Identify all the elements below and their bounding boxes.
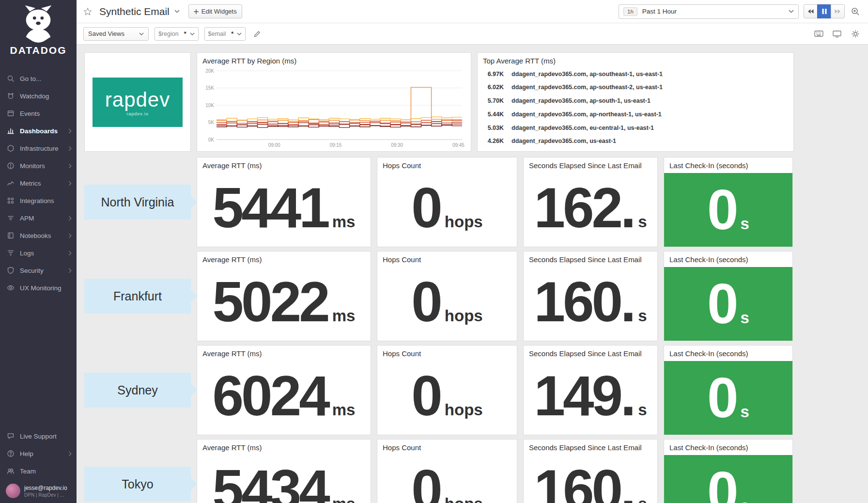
time-range-dropdown[interactable]: 1h Past 1 Hour	[619, 4, 799, 19]
title-chevron-down-icon[interactable]	[174, 10, 180, 13]
avg-rtt-by-region-widget[interactable]: Average RTT by Region (ms) 0K5K10K15K20K…	[197, 52, 471, 152]
toplist-row[interactable]: 5.70K ddagent_rapdevo365.com, ap-south-1…	[482, 95, 789, 107]
keyboard-shortcuts-icon[interactable]	[813, 28, 824, 40]
rewind-button[interactable]	[804, 4, 818, 18]
sidebar-item-infrastructure[interactable]: Infrastructure	[0, 140, 77, 157]
sidebar-item-label: Integrations	[20, 197, 54, 204]
sidebar-item-integrations[interactable]: Integrations	[0, 192, 77, 209]
notebooks-icon	[7, 232, 15, 240]
sidebar-item-dashboards[interactable]: Dashboards	[0, 122, 77, 140]
avg-rtt-widget[interactable]: Average RTT (ms) 6024ms	[197, 345, 371, 435]
datadog-logo[interactable]: DATADOG	[0, 0, 77, 56]
sidebar-item-events[interactable]: Events	[0, 105, 77, 122]
sidebar-item-apm[interactable]: APM	[0, 209, 77, 227]
toplist-row[interactable]: 6.97K ddagent_rapdevo365.com, ap-southea…	[482, 68, 789, 80]
toplist-value: 6.02K	[482, 84, 504, 91]
sidebar-item-metrics[interactable]: Metrics	[0, 174, 77, 192]
region-name: Tokyo	[122, 477, 153, 491]
sidebar-item-help[interactable]: Help	[0, 445, 77, 462]
metric-unit: hops	[445, 495, 483, 503]
svg-text:20K: 20K	[205, 68, 214, 74]
sidebar-item-notebooks[interactable]: Notebooks	[0, 227, 77, 244]
hops-count-widget[interactable]: Hops Count 0hops	[377, 251, 517, 341]
metric-unit: s	[638, 307, 647, 325]
metric-value: 0	[411, 181, 440, 235]
metric-value: 162.	[534, 181, 634, 235]
hops-count-widget[interactable]: Hops Count 0hops	[377, 157, 517, 247]
toplist-row[interactable]: 4.26K ddagent_rapdevo365.com, us-east-1	[482, 135, 789, 147]
toplist-bar-track: ddagent_rapdevo365.com, eu-central-1, us…	[508, 122, 789, 134]
template-variable-email[interactable]: $email *	[204, 27, 246, 41]
saved-views-dropdown[interactable]: Saved Views	[83, 27, 149, 41]
dashboard-header: Synthetic Email Edit Widgets 1h Past 1 H…	[77, 0, 868, 23]
widget-title: Average RTT (ms)	[197, 252, 371, 264]
chevron-right-icon	[68, 216, 72, 221]
avg-rtt-widget[interactable]: Average RTT (ms) 5434ms	[197, 439, 371, 503]
region-row-north-virginia: North Virginia Average RTT (ms) 5441ms H…	[84, 157, 868, 247]
toplist-row[interactable]: 6.02K ddagent_rapdevo365.com, ap-southea…	[482, 81, 789, 94]
sidebar-item-live-support[interactable]: Live Support	[0, 427, 77, 445]
region-name: North Virginia	[101, 195, 174, 209]
chevron-down-icon	[139, 32, 144, 35]
tv-mode-icon[interactable]	[831, 28, 843, 40]
sidebar-item-go-to[interactable]: Go to...	[0, 70, 77, 87]
avg-rtt-widget[interactable]: Average RTT (ms) 5022ms	[197, 251, 371, 341]
edit-pencil-icon[interactable]	[251, 28, 263, 40]
sidebar-item-label: Security	[20, 267, 44, 274]
sidebar-item-ux-monitoring[interactable]: UX Monitoring	[0, 279, 77, 297]
last-checkin-widget[interactable]: Last Check-In (seconds) 0s	[664, 251, 793, 341]
hops-count-widget[interactable]: Hops Count 0hops	[377, 345, 517, 435]
chevron-right-icon	[68, 128, 72, 134]
template-variable-region[interactable]: $region *	[155, 27, 199, 41]
top-avg-rtt-widget[interactable]: Top Average RTT (ms) 6.97K ddagent_rapde…	[477, 52, 794, 152]
zoom-icon[interactable]	[850, 6, 861, 17]
widget-title: Seconds Elapsed Since Last Email	[524, 157, 657, 170]
toplist-row[interactable]: 5.03K ddagent_rapdevo365.com, eu-central…	[482, 122, 789, 134]
toplist-row[interactable]: 5.44K ddagent_rapdevo365.com, ap-northea…	[482, 108, 789, 120]
user-menu[interactable]: jesse@rapdev.io DPN | RapDev | ...	[0, 480, 77, 503]
chevron-down-icon	[188, 32, 198, 35]
infrastructure-icon	[7, 144, 15, 153]
last-checkin-widget[interactable]: Last Check-In (seconds) 0s	[664, 345, 793, 435]
toplist-bar-track: ddagent_rapdevo365.com, ap-southeast-2, …	[508, 81, 789, 93]
seconds-since-email-widget[interactable]: Seconds Elapsed Since Last Email 160.s	[523, 251, 658, 341]
metric-value: 5022	[213, 275, 328, 329]
region-row-sydney: Sydney Average RTT (ms) 6024ms Hops Coun…	[84, 345, 868, 435]
logs-icon	[7, 249, 15, 257]
avg-rtt-widget[interactable]: Average RTT (ms) 5441ms	[197, 157, 371, 247]
search-icon	[7, 75, 15, 83]
toplist-value: 5.03K	[482, 125, 504, 131]
saved-views-label: Saved Views	[88, 30, 124, 37]
chat-icon	[7, 432, 15, 440]
sidebar-item-label: Go to...	[20, 75, 41, 82]
metric-unit: s	[638, 213, 647, 231]
widget-title: Last Check-In (seconds)	[664, 346, 792, 361]
hops-count-widget[interactable]: Hops Count 0hops	[377, 439, 517, 503]
svg-text:15K: 15K	[205, 85, 214, 91]
fast-forward-button[interactable]	[831, 4, 845, 18]
sidebar-item-team[interactable]: Team	[0, 462, 77, 480]
security-icon	[7, 267, 15, 275]
chevron-right-icon	[68, 251, 72, 256]
main-area: Synthetic Email Edit Widgets 1h Past 1 H…	[77, 0, 868, 503]
edit-widgets-button[interactable]: Edit Widgets	[188, 4, 242, 18]
sidebar-item-watchdog[interactable]: Watchdog	[0, 87, 77, 105]
sidebar-item-security[interactable]: Security	[0, 262, 77, 279]
widget-title: Seconds Elapsed Since Last Email	[524, 252, 657, 264]
seconds-since-email-widget[interactable]: Seconds Elapsed Since Last Email 149.s	[523, 345, 658, 435]
sidebar-item-label: Help	[20, 450, 33, 457]
user-info: jesse@rapdev.io DPN | RapDev | ...	[24, 485, 67, 498]
settings-gear-icon[interactable]	[850, 28, 861, 40]
toplist-value: 5.70K	[482, 97, 504, 104]
last-checkin-widget[interactable]: Last Check-In (seconds) 0s	[664, 157, 793, 247]
sidebar-item-monitors[interactable]: Monitors	[0, 157, 77, 174]
favorite-star-icon[interactable]	[83, 7, 92, 16]
sidebar-item-logs[interactable]: Logs	[0, 244, 77, 262]
region-label-col: North Virginia	[84, 157, 191, 247]
watchdog-icon	[7, 92, 15, 100]
seconds-since-email-widget[interactable]: Seconds Elapsed Since Last Email 160.s	[523, 439, 658, 503]
seconds-since-email-widget[interactable]: Seconds Elapsed Since Last Email 162.s	[523, 157, 658, 247]
pause-button[interactable]	[817, 4, 831, 18]
widget-title: Average RTT (ms)	[197, 440, 371, 452]
last-checkin-widget[interactable]: Last Check-In (seconds) 0s	[664, 439, 793, 503]
